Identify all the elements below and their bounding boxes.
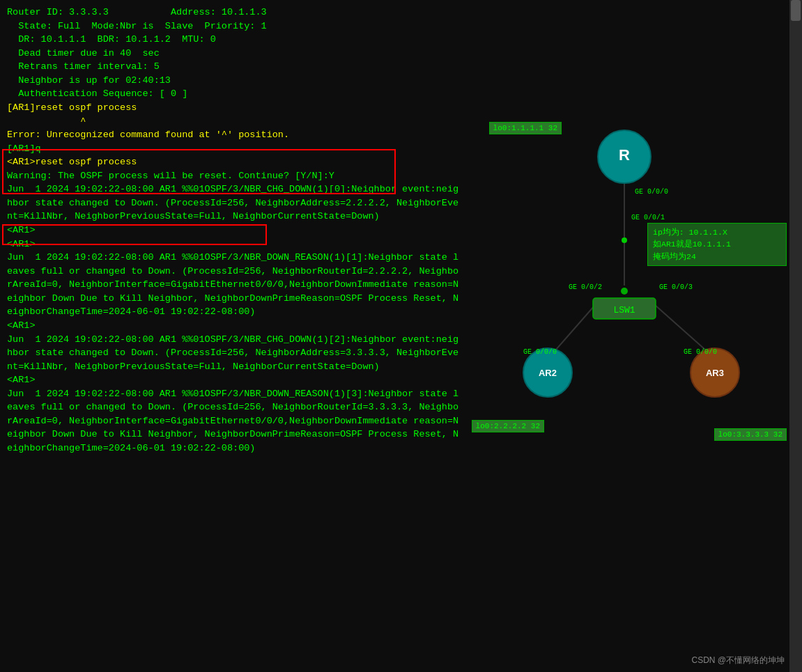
terminal: Router ID: 3.3.3.3 Address: 10.1.1.3 Sta… [0, 0, 766, 672]
scrollbar-thumb[interactable] [791, 0, 801, 21]
watermark: CSDN @不懂网络的坤坤 [691, 655, 785, 666]
main-container: Router ID: 3.3.3.3 Address: 10.1.1.3 Sta… [0, 0, 802, 672]
info-line2: 如AR1就是10.1.1.1 [653, 240, 731, 249]
scrollbar[interactable] [789, 0, 802, 672]
ip-info-box: ip均为: 10.1.1.X 如AR1就是10.1.1.1 掩码均为24 [647, 223, 787, 266]
lo0-ar3-label: lo0:3.3.3.3 32 [714, 428, 787, 441]
info-line1: ip均为: 10.1.1.X [653, 228, 727, 237]
lo0-ar1-label: lo0:1.1.1.1 32 [489, 122, 562, 134]
info-line3: 掩码均为24 [653, 252, 696, 261]
lo0-ar2-label: lo0:2.2.2.2 32 [472, 420, 544, 432]
